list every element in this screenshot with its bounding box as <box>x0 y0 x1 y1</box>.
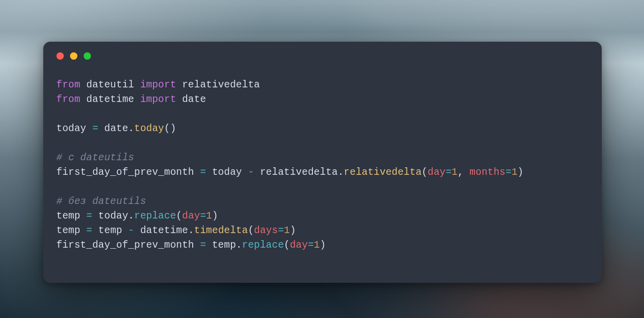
obj-temp: temp <box>212 240 236 251</box>
paren-close: ) <box>320 240 326 251</box>
imported-relativedelta: relativedelta <box>182 79 260 90</box>
fn-replace: replace <box>242 240 284 251</box>
code-window: from dateutil import relativedelta from … <box>43 42 602 283</box>
op-eq: = <box>308 240 314 251</box>
comma: , <box>458 167 464 178</box>
keyword-from: from <box>56 94 80 105</box>
fn-replace: replace <box>134 210 176 222</box>
code-line-9: # без dateutils <box>56 196 146 207</box>
paren-close: ) <box>290 225 296 236</box>
op-assign: = <box>92 123 98 134</box>
param-days: days <box>254 225 278 236</box>
module-dateutil: dateutil <box>87 79 134 90</box>
paren-open: ( <box>176 210 182 222</box>
comment-with-dateutils: # c dateutils <box>56 152 134 163</box>
parens: () <box>164 123 176 134</box>
num-1: 1 <box>452 167 458 178</box>
code-line-7: first_day_of_prev_month = today - relati… <box>56 167 523 178</box>
fn-today: today <box>134 123 165 134</box>
op-eq: = <box>506 167 512 178</box>
param-day: day <box>290 240 308 251</box>
code-line-11: temp = temp - datetime.timedelta(days=1) <box>56 225 296 236</box>
code-line-6: # c dateutils <box>56 152 134 163</box>
obj-today: today <box>98 210 128 222</box>
maximize-icon[interactable] <box>84 52 91 60</box>
num-1: 1 <box>314 240 320 251</box>
param-day: day <box>428 167 446 178</box>
paren-close: ) <box>518 167 524 178</box>
op-assign: = <box>200 240 206 251</box>
code-line-10: temp = today.replace(day=1) <box>56 210 218 222</box>
code-line-5 <box>56 138 62 149</box>
comment-without-dateutils: # без dateutils <box>56 196 146 207</box>
dot: . <box>188 225 194 236</box>
code-line-4: today = date.today() <box>56 123 176 134</box>
param-day: day <box>182 210 200 222</box>
paren-open: ( <box>248 225 254 236</box>
paren-open: ( <box>422 167 428 178</box>
code-line-1: from dateutil import relativedelta <box>56 79 260 90</box>
dot: . <box>128 123 134 134</box>
paren-close: ) <box>212 210 218 222</box>
window-traffic-lights <box>56 52 589 60</box>
num-1: 1 <box>284 225 290 236</box>
keyword-from: from <box>56 79 80 90</box>
var-temp: temp <box>56 225 80 236</box>
op-eq: = <box>278 225 284 236</box>
var-first-day: first_day_of_prev_month <box>56 240 194 251</box>
op-eq: = <box>200 210 206 222</box>
fn-relativedelta: relativedelta <box>344 167 422 178</box>
module-datetime: datetime <box>87 94 134 105</box>
code-line-2: from datetime import date <box>56 94 206 105</box>
op-minus: - <box>248 167 254 178</box>
dot: . <box>236 240 242 251</box>
imported-date: date <box>182 94 206 105</box>
mod-relativedelta: relativedelta <box>260 167 338 178</box>
op-assign: = <box>200 167 206 178</box>
num-1: 1 <box>512 167 518 178</box>
code-line-8 <box>56 181 62 192</box>
param-months: months <box>469 167 505 178</box>
keyword-import: import <box>140 94 176 105</box>
var-temp: temp <box>98 225 122 236</box>
minimize-icon[interactable] <box>70 52 77 60</box>
op-eq: = <box>446 167 452 178</box>
mod-datetime: datetime <box>140 225 188 236</box>
code-line-3 <box>56 109 62 120</box>
dot: . <box>338 167 344 178</box>
code-block: from dateutil import relativedelta from … <box>56 78 589 253</box>
op-minus: - <box>128 225 134 236</box>
op-assign: = <box>87 225 93 236</box>
var-today: today <box>212 167 242 178</box>
op-assign: = <box>87 210 93 222</box>
var-first-day: first_day_of_prev_month <box>56 167 194 178</box>
paren-open: ( <box>284 240 290 251</box>
close-icon[interactable] <box>56 52 64 60</box>
num-1: 1 <box>206 210 212 222</box>
obj-date: date <box>104 123 128 134</box>
fn-timedelta: timedelta <box>194 225 248 236</box>
dot: . <box>128 210 134 222</box>
var-today: today <box>56 123 87 134</box>
keyword-import: import <box>140 79 176 90</box>
code-line-12: first_day_of_prev_month = temp.replace(d… <box>56 240 326 251</box>
var-temp: temp <box>56 210 80 222</box>
